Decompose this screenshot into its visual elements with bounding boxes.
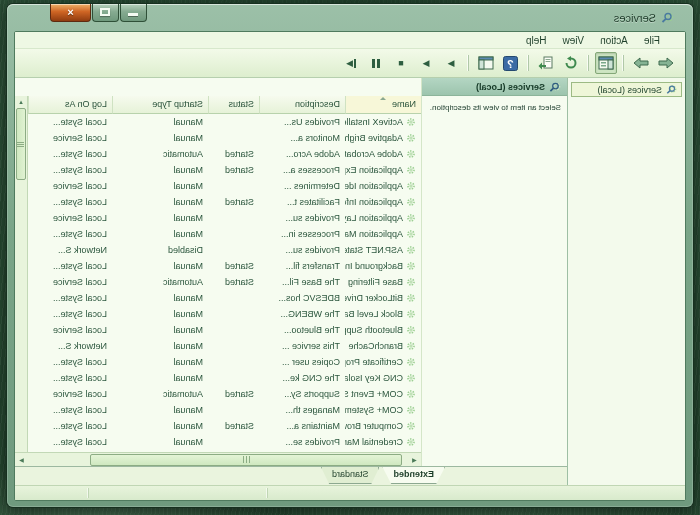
service-startup-type: Disabled: [112, 245, 208, 255]
service-description: Provides su...: [259, 245, 345, 255]
export-list-icon: [539, 56, 554, 70]
scroll-left-icon[interactable]: ◀: [408, 456, 421, 463]
services-list: Name Description Status Startup Type Log…: [15, 96, 421, 466]
selection-hint: Select an item to view its description.: [422, 96, 567, 113]
pause-service-icon: [372, 59, 380, 68]
column-header-name[interactable]: Name: [345, 96, 421, 114]
forward-button[interactable]: [630, 52, 652, 74]
service-log-on-as: Local Syste...: [28, 149, 112, 159]
menu-view[interactable]: View: [556, 34, 592, 47]
play-service-icon: ▶: [423, 59, 430, 68]
content-area: Services (Local): [15, 78, 685, 485]
refresh-button[interactable]: [560, 52, 582, 74]
stop-service-button[interactable]: ■: [390, 52, 412, 74]
service-row[interactable]: Base Filtering Engi... The Base Fil... S…: [28, 274, 421, 290]
column-header-status[interactable]: Status: [208, 96, 259, 114]
pause-service-button[interactable]: [365, 52, 387, 74]
service-row[interactable]: Application Mana... Processes in... Manu…: [28, 226, 421, 242]
service-row[interactable]: Adobe Acrobat U... Adobe Acro... Started…: [28, 146, 421, 162]
services-app-icon: [661, 11, 674, 24]
toolbar-separator: [623, 55, 624, 71]
back-button[interactable]: [655, 52, 677, 74]
tree-item-services-local[interactable]: Services (Local): [571, 82, 682, 97]
service-row[interactable]: BitLocker Drive En... BDESVC hos... Manu…: [28, 290, 421, 306]
service-row[interactable]: Application Experi... Processes a... Sta…: [28, 162, 421, 178]
service-row[interactable]: Computer Browser Maintains a... Started …: [28, 418, 421, 434]
service-description: The CNG ke...: [259, 373, 345, 383]
horizontal-scrollbar-track[interactable]: [28, 454, 408, 466]
service-startup-type: Manual: [112, 437, 208, 447]
service-startup-type: Manual: [112, 421, 208, 431]
service-startup-type: Manual: [112, 357, 208, 367]
menu-file[interactable]: File: [637, 34, 667, 47]
service-startup-type: Manual: [112, 261, 208, 271]
service-row[interactable]: Credential Manager Provides se... Manual…: [28, 434, 421, 450]
service-startup-type: Automatic: [112, 149, 208, 159]
start-service-button[interactable]: ▶: [440, 52, 462, 74]
service-log-on-as: Local Service: [28, 325, 112, 335]
service-row[interactable]: ASP.NET State Ser... Provides su... Disa…: [28, 242, 421, 258]
show-action-pane-button[interactable]: [475, 52, 497, 74]
service-row[interactable]: Application Identity Determines ... Manu…: [28, 178, 421, 194]
service-gear-icon: [406, 117, 416, 127]
horizontal-scrollbar-thumb[interactable]: [90, 454, 402, 466]
service-description: Copies user ...: [259, 357, 345, 367]
help-button[interactable]: ?: [500, 52, 522, 74]
titlebar[interactable]: Services ×: [14, 4, 686, 31]
service-row[interactable]: Adaptive Brightness Monitors a... Manual…: [28, 130, 421, 146]
menu-help[interactable]: Help: [519, 34, 554, 47]
service-description: Supports Sy...: [259, 389, 345, 399]
scroll-right-icon[interactable]: ▶: [15, 456, 28, 463]
service-row[interactable]: CNG Key Isolation The CNG ke... Manual L…: [28, 370, 421, 386]
view-tabs: Extended Standard: [15, 466, 567, 485]
service-name: Block Level Backu...: [345, 309, 403, 319]
column-header-description[interactable]: Description: [259, 96, 345, 114]
service-row[interactable]: Background Intelli... Transfers fil... S…: [28, 258, 421, 274]
toolbar-separator: [468, 55, 469, 71]
panel-title: Services (Local): [476, 82, 545, 92]
close-button[interactable]: ×: [50, 4, 91, 22]
menu-action[interactable]: Action: [593, 34, 635, 47]
service-row[interactable]: COM+ System Ap... Manages th... Manual L…: [28, 402, 421, 418]
service-description: The Base Fil...: [259, 277, 345, 287]
horizontal-scrollbar[interactable]: ◀ ▶: [15, 452, 421, 466]
description-panel: Services (Local) Select an item to view …: [421, 78, 567, 466]
column-header-log-on-as[interactable]: Log On As: [28, 96, 112, 114]
service-startup-type: Manual: [112, 133, 208, 143]
desktop: Services × File Action View Help: [0, 0, 700, 515]
tab-standard[interactable]: Standard: [321, 467, 380, 484]
service-description: This service ...: [259, 341, 345, 351]
service-startup-type: Manual: [112, 197, 208, 207]
service-name: COM+ Event Syst...: [345, 389, 403, 399]
service-startup-type: Manual: [112, 293, 208, 303]
minimize-button[interactable]: [120, 4, 147, 22]
vertical-scrollbar[interactable]: ▲: [15, 96, 28, 452]
service-row[interactable]: BranchCache This service ... Manual Netw…: [28, 338, 421, 354]
service-description: Monitors a...: [259, 133, 345, 143]
service-name: Background Intelli...: [345, 261, 403, 271]
service-row[interactable]: Application Layer ... Provides su... Man…: [28, 210, 421, 226]
tree-item-label: Services (Local): [597, 85, 662, 95]
export-list-button[interactable]: [535, 52, 557, 74]
service-name: Base Filtering Engi...: [345, 277, 403, 287]
service-row[interactable]: Application Infor... Facilitates t... St…: [28, 194, 421, 210]
maximize-button[interactable]: [92, 4, 119, 22]
play-service-button[interactable]: ▶: [415, 52, 437, 74]
show-console-tree-button[interactable]: [595, 52, 617, 74]
service-log-on-as: Local Service: [28, 277, 112, 287]
service-log-on-as: Local Syste...: [28, 357, 112, 367]
service-row[interactable]: Block Level Backu... The WBENG... Manual…: [28, 306, 421, 322]
vertical-scrollbar-thumb[interactable]: [16, 108, 26, 180]
service-row[interactable]: ActiveX Installer (... Provides Us... Ma…: [28, 114, 421, 130]
scroll-up-icon[interactable]: ▲: [15, 96, 27, 108]
service-row[interactable]: Bluetooth Support... The Bluetoo... Manu…: [28, 322, 421, 338]
tab-extended[interactable]: Extended: [382, 467, 445, 484]
service-log-on-as: Local Syste...: [28, 373, 112, 383]
restart-service-button[interactable]: ▶: [340, 52, 362, 74]
service-row[interactable]: Certificate Propag... Copies user ... Ma…: [28, 354, 421, 370]
service-log-on-as: Local Syste...: [28, 117, 112, 127]
service-row[interactable]: COM+ Event Syst... Supports Sy... Starte…: [28, 386, 421, 402]
service-gear-icon: [406, 133, 416, 143]
service-startup-type: Manual: [112, 229, 208, 239]
column-header-startup-type[interactable]: Startup Type: [112, 96, 208, 114]
